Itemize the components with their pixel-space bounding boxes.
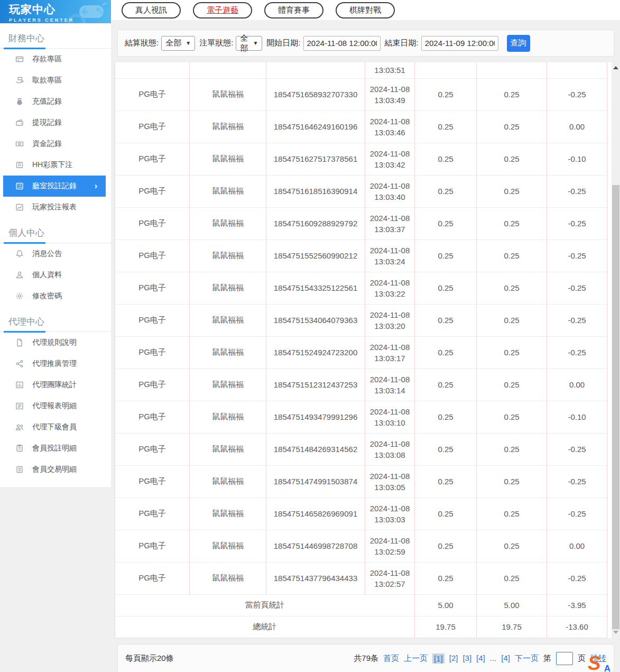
- table-row: PG电子鼠鼠福福18547515340640793632024-11-0813:…: [115, 304, 607, 336]
- stats-icon: [15, 381, 24, 390]
- page-jump-input[interactable]: [556, 652, 573, 665]
- cell-bet-amount: 0.25: [415, 78, 477, 111]
- table-row-partial: 13:03:51: [115, 62, 607, 78]
- prev-page-link[interactable]: 上一页: [404, 653, 428, 664]
- scroll-down-arrow-icon[interactable]: [612, 628, 620, 637]
- start-date-input[interactable]: [303, 36, 381, 51]
- first-page-link[interactable]: 首页: [383, 653, 399, 664]
- next-page-link[interactable]: 下一页: [515, 653, 539, 664]
- sidebar-item-HH彩票下注[interactable]: HH彩票下注: [0, 154, 111, 176]
- sidebar-item-label: 代理報表明細: [32, 401, 77, 411]
- sidebar-item-代理規則說明[interactable]: 代理規則說明: [0, 332, 111, 353]
- cell-valid-amount: 0.25: [477, 465, 547, 498]
- tab-棋牌對戰[interactable]: 棋牌對戰: [336, 2, 395, 19]
- sidebar-item-label: 提現記錄: [32, 118, 62, 127]
- cell-game: PG电子: [115, 143, 190, 175]
- scrollbar-thumb[interactable]: [612, 185, 619, 629]
- table-scrollbar[interactable]: [612, 62, 620, 638]
- cell-game: PG电子: [115, 78, 190, 111]
- end-date-input[interactable]: [421, 36, 498, 51]
- table-row: PG电子鼠鼠福福18547515249247232002024-11-0813:…: [115, 336, 607, 369]
- page-link-[1][interactable]: [1]: [432, 653, 445, 664]
- cell-game: PG电子: [115, 498, 190, 530]
- sidebar-item-提現記錄[interactable]: 提現記錄: [0, 112, 111, 133]
- cell-valid-amount: 0.25: [477, 336, 547, 369]
- sidebar-item-label: 玩家投注報表: [32, 202, 77, 212]
- bet-date: 2024-11-08: [365, 567, 414, 578]
- sidebar-item-廳室投註記錄[interactable]: 廳室投註記錄›: [3, 176, 106, 197]
- cell-win-loss: -0.25: [547, 465, 607, 498]
- sidebar-item-會員交易明細[interactable]: 會員交易明細: [0, 459, 111, 480]
- sidebar-item-label: 取款專區: [32, 76, 62, 85]
- sidebar-item-修改密碼[interactable]: 修改密碼: [0, 286, 111, 307]
- cell-valid-amount: 0.25: [477, 433, 547, 465]
- chevron-down-icon: ▼: [186, 40, 191, 46]
- sidebar-item-label: 會員交易明細: [32, 465, 77, 474]
- cell-time: 2024-11-0813:03:24: [365, 240, 415, 272]
- cell-time: 2024-11-0813:03:40: [365, 175, 415, 207]
- member-trans-icon: [15, 465, 24, 474]
- cell-order-no: 1854751484269314562: [266, 433, 365, 465]
- ime-overlay: S A: [588, 655, 610, 672]
- total-summary-label: 總統計: [115, 616, 415, 638]
- page-summary-valid: 5.00: [477, 594, 547, 616]
- cell-bet-amount: 0.25: [415, 336, 477, 369]
- bet-time: 13:03:08: [365, 449, 414, 461]
- tab-電子遊藝[interactable]: 電子遊藝: [193, 2, 252, 19]
- cell-game: PG电子: [115, 401, 190, 433]
- tab-真人視訊[interactable]: 真人視訊: [122, 2, 181, 19]
- bet-date: 2024-11-08: [365, 374, 414, 385]
- page-link-...[interactable]: ...: [490, 653, 497, 664]
- cell-game: PG电子: [115, 175, 190, 207]
- sidebar-item-充值記錄[interactable]: 充值記錄: [0, 91, 111, 112]
- sidebar-item-資金記錄[interactable]: 資金記錄: [0, 133, 111, 154]
- cell-time: 2024-11-0813:03:17: [365, 336, 415, 369]
- cell-order-no: 1854751543325122561: [266, 272, 365, 304]
- sidebar-item-代理團隊統計[interactable]: 代理團隊統計: [0, 374, 111, 395]
- page-link-[3][interactable]: [3]: [462, 653, 471, 664]
- settle-status-value: 全部: [165, 38, 181, 48]
- page-link-[4][interactable]: [4]: [501, 653, 510, 664]
- order-status-value: 全部: [240, 33, 248, 53]
- bet-date: 2024-11-08: [365, 438, 414, 449]
- cell-room: 鼠鼠福福: [190, 111, 266, 143]
- page-link-[4][interactable]: [4]: [476, 653, 485, 664]
- page-summary-row: 當前頁統計 5.00 5.00 -3.95: [115, 594, 607, 616]
- cell-game: PG电子: [115, 433, 190, 465]
- cell-bet-amount: 0.25: [415, 369, 477, 401]
- sidebar-item-取款專區[interactable]: 取款專區: [0, 70, 111, 91]
- sidebar-item-會員投註明細[interactable]: 會員投註明細: [0, 438, 111, 459]
- order-status-select[interactable]: 全部 ▼: [236, 36, 262, 51]
- cell-win-loss: -0.25: [547, 207, 607, 240]
- cell-valid-amount: 0.25: [477, 207, 547, 240]
- page-link-[2][interactable]: [2]: [449, 653, 458, 664]
- sidebar-item-消息公告[interactable]: 消息公告: [0, 243, 111, 264]
- cell-room: 鼠鼠福福: [190, 240, 266, 272]
- sidebar-item-存款專區[interactable]: 存款專區: [0, 49, 111, 70]
- sidebar-item-個人資料[interactable]: 個人資料: [0, 264, 111, 286]
- tab-體育賽事[interactable]: 體育賽事: [264, 2, 323, 19]
- sidebar-item-玩家投注報表[interactable]: 玩家投注報表: [0, 197, 111, 218]
- sidebar-item-label: 代理下級會員: [32, 422, 77, 432]
- sidebar-item-代理推廣管理[interactable]: 代理推廣管理: [0, 353, 111, 374]
- sidebar-item-代理報表明細[interactable]: 代理報表明細: [0, 395, 111, 417]
- user-icon: [15, 271, 24, 280]
- settle-status-select[interactable]: 全部 ▼: [161, 36, 195, 51]
- sidebar-item-代理下級會員[interactable]: 代理下級會員: [0, 417, 111, 438]
- cell-order-no: 1854751524924723200: [266, 336, 365, 369]
- search-button[interactable]: 查詢: [507, 35, 530, 52]
- cell-time: 2024-11-0813:03:05: [365, 465, 415, 498]
- cell-room: 鼠鼠福福: [190, 78, 266, 111]
- cell-order-no: 1854751437796434433: [266, 562, 365, 594]
- total-summary-valid: 19.75: [477, 616, 547, 638]
- table-row: PG电子鼠鼠福福18547516462491601962024-11-0813:…: [115, 111, 607, 143]
- sidebar-item-label: 代理規則說明: [32, 338, 77, 347]
- total-count-text: 共79条: [354, 653, 378, 664]
- bet-time: 13:03:03: [365, 514, 414, 525]
- page-number-links: [1][2][3][4]...[4]: [432, 653, 510, 664]
- cell-valid-amount: 0.25: [477, 240, 547, 272]
- page-summary-label: 當前頁統計: [115, 594, 415, 616]
- sidebar-section-label: 財務中心: [0, 23, 111, 49]
- sidebar-item-label: 代理團隊統計: [32, 380, 77, 390]
- scroll-up-arrow-icon[interactable]: [612, 63, 620, 72]
